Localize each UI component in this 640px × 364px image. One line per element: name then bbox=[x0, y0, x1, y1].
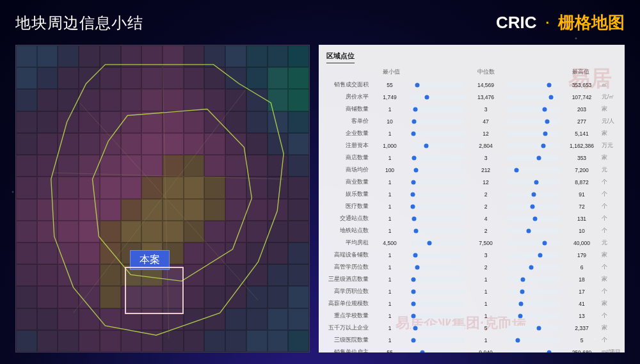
heatmap-cell[interactable] bbox=[58, 67, 79, 89]
heatmap-cell[interactable] bbox=[288, 45, 309, 67]
range-bar-right[interactable] bbox=[507, 241, 561, 246]
heatmap-cell[interactable] bbox=[16, 111, 37, 133]
heatmap-cell[interactable] bbox=[225, 264, 246, 286]
heatmap-cell[interactable] bbox=[100, 133, 121, 155]
range-bar-right[interactable] bbox=[507, 131, 561, 136]
heatmap-cell[interactable] bbox=[204, 264, 225, 286]
range-bar-left[interactable] bbox=[411, 338, 465, 343]
range-bar-left[interactable] bbox=[411, 107, 465, 112]
heatmap-cell[interactable] bbox=[100, 286, 121, 308]
slider-dot[interactable] bbox=[534, 180, 539, 184]
heatmap-cell[interactable] bbox=[79, 133, 100, 155]
heatmap-cell[interactable] bbox=[79, 45, 100, 67]
heatmap-cell[interactable] bbox=[163, 133, 184, 155]
heatmap-cell[interactable] bbox=[58, 89, 79, 111]
heatmap-cell[interactable] bbox=[246, 45, 268, 67]
heatmap-cell[interactable] bbox=[184, 242, 205, 264]
range-bar-right[interactable] bbox=[507, 168, 561, 173]
heatmap-cell[interactable] bbox=[58, 177, 79, 198]
heatmap-cell[interactable] bbox=[79, 199, 100, 221]
heatmap-cell[interactable] bbox=[16, 67, 37, 89]
slider-dot[interactable] bbox=[532, 192, 536, 196]
range-bar-right[interactable] bbox=[507, 155, 561, 161]
range-bar-right[interactable] bbox=[507, 277, 561, 282]
slider-dot[interactable] bbox=[520, 289, 524, 294]
heatmap-cell[interactable] bbox=[268, 45, 289, 67]
slider-dot[interactable] bbox=[428, 241, 432, 245]
heatmap-cell[interactable] bbox=[37, 67, 58, 89]
heatmap-cell[interactable] bbox=[141, 111, 163, 133]
slider-dot[interactable] bbox=[538, 253, 543, 257]
heatmap-cell[interactable] bbox=[268, 89, 289, 111]
slider-dot[interactable] bbox=[413, 107, 417, 111]
heatmap-cell[interactable] bbox=[204, 111, 225, 133]
slider-dot[interactable] bbox=[541, 143, 546, 148]
slider-dot[interactable] bbox=[521, 277, 525, 281]
heatmap-cell[interactable] bbox=[204, 242, 225, 264]
heatmap-cell[interactable] bbox=[37, 308, 58, 330]
heatmap-cell[interactable] bbox=[58, 45, 79, 67]
range-bar-right[interactable] bbox=[507, 289, 561, 294]
slider-dot[interactable] bbox=[412, 216, 417, 221]
heatmap-cell[interactable] bbox=[37, 45, 58, 67]
heatmap-cell[interactable] bbox=[79, 177, 100, 198]
heatmap-cell[interactable] bbox=[141, 199, 163, 221]
heatmap-cell[interactable] bbox=[246, 133, 268, 155]
heatmap-cell[interactable] bbox=[37, 177, 58, 198]
range-bar-left[interactable] bbox=[411, 301, 465, 306]
slider-dot[interactable] bbox=[537, 155, 541, 160]
range-bar-left[interactable] bbox=[411, 131, 465, 136]
heatmap-cell[interactable] bbox=[184, 330, 205, 352]
heatmap-cell[interactable] bbox=[79, 242, 100, 264]
heatmap-cell[interactable] bbox=[225, 177, 246, 198]
heatmap-cell[interactable] bbox=[288, 155, 309, 177]
heatmap-cell[interactable] bbox=[288, 67, 309, 89]
heatmap-cell[interactable] bbox=[16, 330, 37, 352]
heatmap-cell[interactable] bbox=[141, 221, 163, 242]
heatmap-cell[interactable] bbox=[268, 264, 289, 286]
heatmap-cell[interactable] bbox=[204, 133, 225, 155]
heatmap-cell[interactable] bbox=[163, 155, 184, 177]
heatmap-cell[interactable] bbox=[79, 67, 100, 89]
heatmap-cell[interactable] bbox=[58, 242, 79, 264]
heatmap-cell[interactable] bbox=[121, 111, 142, 133]
heatmap-cell[interactable] bbox=[246, 89, 268, 111]
heatmap-cell[interactable] bbox=[268, 177, 289, 198]
heatmap-cell[interactable] bbox=[268, 67, 289, 89]
heatmap-cell[interactable] bbox=[79, 89, 100, 111]
heatmap-cell[interactable] bbox=[163, 111, 184, 133]
slider-dot[interactable] bbox=[411, 192, 415, 196]
heatmap-cell[interactable] bbox=[288, 221, 309, 242]
heatmap-cell[interactable] bbox=[184, 308, 205, 330]
heatmap-cell[interactable] bbox=[246, 67, 268, 89]
heatmap-cell[interactable] bbox=[163, 330, 184, 352]
heatmap-cell[interactable] bbox=[204, 89, 225, 111]
range-bar-left[interactable] bbox=[411, 204, 465, 209]
heatmap-cell[interactable] bbox=[37, 221, 58, 242]
heatmap-cell[interactable] bbox=[100, 308, 121, 330]
heatmap-cell[interactable] bbox=[288, 264, 309, 286]
slider-dot[interactable] bbox=[412, 131, 416, 136]
heatmap-cell[interactable] bbox=[121, 89, 142, 111]
range-bar-right[interactable] bbox=[507, 301, 561, 306]
slider-dot[interactable] bbox=[515, 168, 519, 172]
heatmap-cell[interactable] bbox=[121, 155, 142, 177]
heatmap-cell[interactable] bbox=[79, 155, 100, 177]
heatmap-cell[interactable] bbox=[100, 67, 121, 89]
heatmap-cell[interactable] bbox=[100, 221, 121, 242]
heatmap-cell[interactable] bbox=[225, 45, 246, 67]
heatmap-cell[interactable] bbox=[16, 221, 37, 242]
range-bar-right[interactable] bbox=[507, 216, 561, 221]
heatmap-cell[interactable] bbox=[37, 286, 58, 308]
heatmap-cell[interactable] bbox=[268, 308, 289, 330]
heatmap-cell[interactable] bbox=[288, 308, 309, 330]
heatmap-cell[interactable] bbox=[204, 330, 225, 352]
heatmap-cell[interactable] bbox=[225, 308, 246, 330]
heatmap-cell[interactable] bbox=[100, 155, 121, 177]
heatmap-cell[interactable] bbox=[37, 155, 58, 177]
heatmap-cell[interactable] bbox=[163, 45, 184, 67]
heatmap-cell[interactable] bbox=[246, 221, 268, 242]
heatmap-cell[interactable] bbox=[184, 286, 205, 308]
heatmap-cell[interactable] bbox=[225, 111, 246, 133]
range-bar-left[interactable] bbox=[411, 119, 465, 124]
